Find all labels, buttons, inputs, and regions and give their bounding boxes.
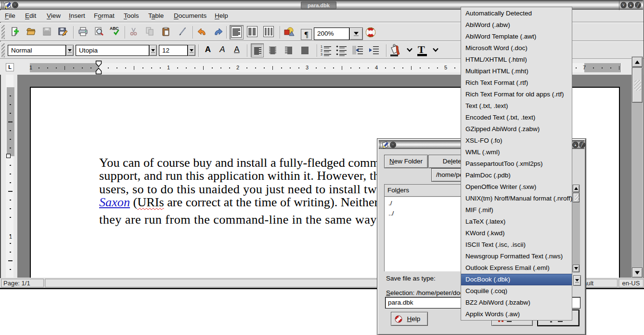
svg-text:3: 3: [321, 53, 322, 56]
svg-text:1: 1: [321, 45, 322, 48]
svg-text:T: T: [418, 44, 425, 55]
svg-text:ABC: ABC: [110, 26, 118, 31]
svg-text:2: 2: [321, 49, 322, 52]
